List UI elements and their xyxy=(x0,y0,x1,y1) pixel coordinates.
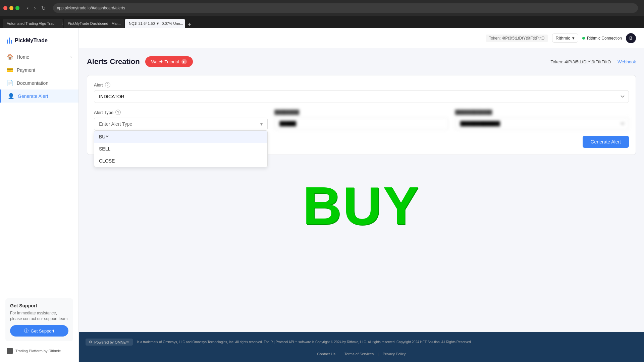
alert-type-dropdown-menu: BUY SELL CLOSE xyxy=(94,130,268,167)
alert-icon: 👤 xyxy=(8,93,14,99)
tab-2[interactable]: NQ1! 21,641.50 ▼ -0.07% Unn... ✕ xyxy=(125,19,185,28)
footer-links: Contact Us | Terms of Services | Privacy… xyxy=(86,349,637,359)
main-area: Token: 4tPt3t5tLtDtYt9tFtltFtltO Rithmic… xyxy=(79,28,644,362)
buy-text: BUY xyxy=(303,175,420,237)
alert-section: Alert ? INDICATOR xyxy=(94,82,629,103)
sidebar-nav: 🏠 Home › 💳 Payment xyxy=(0,50,78,103)
back-button[interactable]: ‹ xyxy=(25,4,31,12)
powered-badge: ⚙ Powered by OMNE™ xyxy=(86,339,133,346)
browser-nav: ‹ › ↻ xyxy=(25,4,48,12)
support-box: Get Support For immediate assistance, pl… xyxy=(5,298,73,341)
play-icon: ▶ xyxy=(181,59,187,64)
blurred-label-2: ████████████ xyxy=(455,110,629,115)
address-bar[interactable]: app.pickmytrade.io/#/dashboard/alerts xyxy=(53,3,638,13)
maximize-window-btn[interactable] xyxy=(15,6,19,10)
sidebar-bottom: Get Support For immediate assistance, pl… xyxy=(0,293,78,362)
footer-top: ⚙ Powered by OMNE™ is a trademark of Omn… xyxy=(86,335,637,349)
alert-type-dropdown-wrapper: ▾ BUY SELL CLOSE xyxy=(94,118,268,130)
support-circle-icon: ⓘ xyxy=(24,328,29,334)
dropdown-item-close[interactable]: CLOSE xyxy=(94,155,267,167)
sidebar: PickMyTrade 🏠 Home › 💳 xyxy=(0,28,79,362)
header-right: Token: 4tPt3t5tLtDtYt9tFtltFtltO Rithmic… xyxy=(486,33,636,43)
sidebar-top: PickMyTrade 🏠 Home › 💳 xyxy=(0,28,78,108)
watch-tutorial-button[interactable]: Watch Tutorial ▶ xyxy=(145,56,193,67)
sidebar-item-generate-alert[interactable]: 👤 Generate Alert xyxy=(0,89,78,103)
close-window-btn[interactable] xyxy=(3,6,7,10)
alert-help-icon[interactable]: ? xyxy=(105,82,110,87)
alert-form: Alert ? INDICATOR Alert Type ? xyxy=(87,75,636,155)
blurred-input-1 xyxy=(274,117,448,130)
sidebar-item-payment[interactable]: 💳 Payment xyxy=(0,63,78,76)
blurred-right-section: ████████████ ████████████ xyxy=(455,110,629,130)
get-support-button[interactable]: ⓘ Get Support xyxy=(10,325,68,337)
alert-type-label: Alert Type ? xyxy=(94,110,268,115)
dropdown-chevron-icon: ▾ xyxy=(260,121,263,127)
blurred-middle-section: ████████ xyxy=(274,110,448,130)
omne-icon: ⚙ xyxy=(89,340,92,344)
reload-button[interactable]: ↻ xyxy=(39,4,48,12)
status-dot-icon xyxy=(582,37,585,40)
buy-display: BUY xyxy=(87,162,636,257)
chevron-right-icon: › xyxy=(70,55,72,59)
generate-alert-button[interactable]: Generate Alert xyxy=(583,136,629,148)
header-token-display: Token: 4tPt3t5tLtDtYt9tFtltFtltO xyxy=(550,59,611,64)
blurred-select: ████████████ xyxy=(455,117,629,130)
page-header-right: Token: 4tPt3t5tLtDtYt9tFtltFtltO Webhook xyxy=(550,59,636,64)
alert-type-help-icon[interactable]: ? xyxy=(115,110,121,115)
forward-button[interactable]: › xyxy=(32,4,38,12)
minimize-window-btn[interactable] xyxy=(9,6,13,10)
tab-0[interactable]: Automated Trading Algo Tradi... ✕ xyxy=(3,19,63,28)
form-grid: Alert Type ? ▾ BUY SELL CLOSE xyxy=(94,110,629,130)
platform-badge: Trading Platform by Rithmic xyxy=(5,345,73,357)
sidebar-item-home[interactable]: 🏠 Home › xyxy=(0,50,78,63)
tab-close-0[interactable]: ✕ xyxy=(62,22,63,25)
footer-copyright: is a trademark of Omnesys, LLC and Omnes… xyxy=(137,340,637,345)
webhook-link[interactable]: Webhook xyxy=(618,59,636,64)
app-header: Token: 4tPt3t5tLtDtYt9tFtltFtltO Rithmic… xyxy=(79,28,644,48)
tabs-bar: Automated Trading Algo Tradi... ✕ PickMy… xyxy=(0,16,644,28)
footer: ⚙ Powered by OMNE™ is a trademark of Omn… xyxy=(79,332,644,362)
terms-of-services-link[interactable]: Terms of Services xyxy=(344,352,374,356)
new-tab-button[interactable]: + xyxy=(186,21,194,28)
dropdown-item-sell[interactable]: SELL xyxy=(94,143,267,155)
user-avatar[interactable]: B xyxy=(626,33,636,43)
alert-type-section: Alert Type ? ▾ BUY SELL CLOSE xyxy=(94,110,268,130)
main-content: Alerts Creation Watch Tutorial ▶ Token: … xyxy=(79,48,644,332)
page-header: Alerts Creation Watch Tutorial ▶ Token: … xyxy=(87,56,636,67)
alert-type-input-row[interactable]: ▾ xyxy=(94,118,268,130)
app-container: PickMyTrade 🏠 Home › 💳 xyxy=(0,28,644,362)
alert-type-input[interactable] xyxy=(99,118,260,130)
payment-icon: 💳 xyxy=(7,67,13,73)
home-icon: 🏠 xyxy=(7,54,13,60)
nav-label-payment: 💳 Payment xyxy=(7,67,72,73)
privacy-policy-link[interactable]: Privacy Policy xyxy=(383,352,406,356)
support-title: Get Support xyxy=(10,303,68,308)
browser-chrome: ‹ › ↻ app.pickmytrade.io/#/dashboard/ale… xyxy=(0,0,644,16)
dropdown-item-buy[interactable]: BUY xyxy=(94,131,267,143)
chevron-down-icon: ▾ xyxy=(572,36,575,41)
support-text: For immediate assistance, please contact… xyxy=(10,310,68,322)
broker-dropdown[interactable]: Rithmic ▾ xyxy=(552,34,578,43)
window-controls[interactable] xyxy=(3,6,19,10)
alert-select[interactable]: INDICATOR xyxy=(94,90,629,103)
tab-1[interactable]: PickMyTrade Dashboard - Mar... ✕ xyxy=(64,19,124,28)
nav-label-documentation: 📄 Documentation xyxy=(7,80,72,86)
logo-icon xyxy=(7,38,12,44)
nav-label-home: 🏠 Home xyxy=(7,54,70,60)
logo-bar-1 xyxy=(7,40,8,44)
logo: PickMyTrade xyxy=(0,34,78,50)
logo-text: PickMyTrade xyxy=(15,38,48,44)
doc-icon: 📄 xyxy=(7,80,13,86)
logo-bar-3 xyxy=(11,40,12,44)
nav-label-generate-alert: 👤 Generate Alert xyxy=(8,93,72,99)
token-display: Token: 4tPt3t5tLtDtYt9tFtltFtltO xyxy=(486,35,548,42)
rithmic-logo xyxy=(7,348,13,354)
contact-us-link[interactable]: Contact Us xyxy=(317,352,335,356)
page-title: Alerts Creation xyxy=(87,57,140,66)
blurred-label-1: ████████ xyxy=(274,110,448,115)
logo-bar-2 xyxy=(9,38,10,44)
sidebar-item-documentation[interactable]: 📄 Documentation xyxy=(0,76,78,89)
alert-label: Alert ? xyxy=(94,82,629,87)
connection-status: Rithmic Connection xyxy=(582,36,622,41)
